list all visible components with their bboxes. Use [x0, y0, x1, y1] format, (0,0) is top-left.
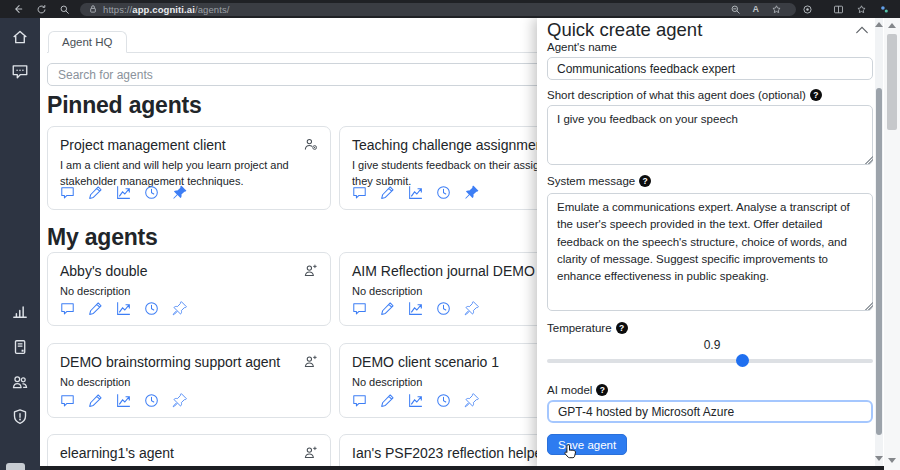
- agent-card-title: Abby's double: [60, 263, 148, 279]
- analytics-icon[interactable]: [116, 301, 131, 316]
- pin-icon[interactable]: [464, 301, 479, 316]
- analytics-icon[interactable]: [408, 185, 423, 200]
- agent-card-title: DEMO client scenario 1: [352, 354, 499, 370]
- agent-card-title: AIM Reflection journal DEMO: [352, 263, 535, 279]
- ai-model-select[interactable]: [547, 400, 873, 423]
- history-icon[interactable]: [436, 301, 451, 316]
- browser-toolbar: https://app.cogniti.ai/agents/ A: [0, 0, 900, 18]
- extension-icon[interactable]: [879, 4, 890, 15]
- chat-icon[interactable]: [60, 393, 75, 408]
- agent-name-input[interactable]: [547, 57, 873, 80]
- system-message-label: System message ?: [547, 175, 651, 187]
- edit-icon[interactable]: [380, 393, 395, 408]
- chat-icon[interactable]: [352, 301, 367, 316]
- person-star-icon: [303, 263, 318, 278]
- my-agents-heading: My agents: [47, 224, 158, 251]
- person-star-icon: [303, 445, 318, 460]
- favorite-star-icon[interactable]: [771, 4, 782, 15]
- analytics-icon[interactable]: [116, 185, 131, 200]
- panel-scrollbar-thumb[interactable]: [876, 88, 882, 435]
- quick-create-agent-panel: Quick create agent Agent's name Short de…: [537, 18, 884, 470]
- analytics-nav-icon[interactable]: [11, 302, 29, 320]
- panel-title: Quick create agent: [547, 19, 702, 41]
- chat-icon[interactable]: [352, 393, 367, 408]
- edit-icon[interactable]: [380, 301, 395, 316]
- analytics-icon[interactable]: [408, 393, 423, 408]
- page-scrollbar-thumb[interactable]: [887, 34, 897, 130]
- user-avatar[interactable]: [6, 463, 25, 470]
- window-bottom-edge: [40, 466, 884, 470]
- system-message-textarea[interactable]: Emulate a communications expert. Analyse…: [547, 193, 873, 311]
- people-nav-icon[interactable]: [11, 373, 29, 391]
- server-nav-icon[interactable]: [11, 338, 29, 356]
- help-icon[interactable]: ?: [639, 175, 651, 187]
- favorites-bar-icon[interactable]: [856, 4, 867, 15]
- history-icon[interactable]: [436, 185, 451, 200]
- edit-icon[interactable]: [380, 185, 395, 200]
- agent-card-title: Ian's PSF2023 reflection helper: [352, 445, 547, 461]
- scroll-down-icon[interactable]: [888, 458, 896, 463]
- panel-scrollbar[interactable]: [875, 18, 883, 466]
- page-scrollbar[interactable]: [884, 18, 900, 470]
- pinned-agents-heading: Pinned agents: [47, 92, 202, 119]
- edit-icon[interactable]: [88, 185, 103, 200]
- history-icon[interactable]: [144, 393, 159, 408]
- analytics-icon[interactable]: [408, 301, 423, 316]
- pin-icon[interactable]: [464, 185, 479, 200]
- chat-nav-icon[interactable]: [11, 62, 29, 80]
- chat-icon[interactable]: [60, 185, 75, 200]
- agent-card-title: elearning1's agent: [60, 445, 174, 461]
- agent-card-title: DEMO brainstorming support agent: [60, 354, 280, 370]
- tab-label: Agent HQ: [62, 36, 113, 48]
- person-star-icon: [303, 354, 318, 369]
- browser-search-icon[interactable]: [59, 4, 70, 15]
- chat-icon[interactable]: [60, 301, 75, 316]
- read-aloud-icon[interactable]: A: [753, 5, 760, 14]
- edit-icon[interactable]: [88, 301, 103, 316]
- collapse-panel-icon[interactable]: [855, 25, 869, 35]
- help-icon[interactable]: ?: [810, 89, 822, 101]
- analytics-icon[interactable]: [116, 393, 131, 408]
- home-icon[interactable]: [11, 28, 29, 46]
- tab-agent-hq[interactable]: Agent HQ: [48, 31, 127, 53]
- temperature-slider-track[interactable]: [547, 359, 873, 363]
- save-agent-button[interactable]: Save agent: [547, 434, 627, 455]
- zoom-out-icon[interactable]: [730, 4, 741, 15]
- pin-icon[interactable]: [172, 185, 187, 200]
- split-screen-icon[interactable]: [833, 4, 844, 15]
- chat-icon[interactable]: [352, 185, 367, 200]
- agent-card: DEMO brainstorming support agent No desc…: [47, 343, 331, 418]
- lock-icon: [88, 4, 98, 14]
- address-bar[interactable]: https://app.cogniti.ai/agents/ A: [80, 3, 796, 16]
- agent-card: Abby's double No description: [47, 252, 331, 326]
- browser-back-icon[interactable]: [12, 3, 24, 15]
- history-icon[interactable]: [144, 301, 159, 316]
- temperature-label: Temperature ?: [547, 322, 628, 334]
- temperature-slider-thumb[interactable]: [736, 354, 749, 367]
- pin-icon[interactable]: [464, 393, 479, 408]
- scroll-up-icon[interactable]: [875, 22, 883, 27]
- agent-card: Project management client I am a client …: [47, 126, 331, 210]
- pin-icon[interactable]: [172, 301, 187, 316]
- agent-description-textarea[interactable]: I give you feedback on your speech: [547, 105, 873, 165]
- person-gear-icon: [303, 137, 318, 152]
- edit-icon[interactable]: [88, 393, 103, 408]
- copilot-icon[interactable]: [802, 4, 813, 15]
- history-icon[interactable]: [144, 185, 159, 200]
- scroll-down-icon[interactable]: [875, 456, 883, 461]
- agent-name-label: Agent's name: [547, 41, 617, 53]
- agent-card-description: No description: [60, 375, 318, 391]
- page-url: https://app.cogniti.ai/agents/: [103, 4, 230, 15]
- history-icon[interactable]: [436, 393, 451, 408]
- browser-refresh-icon[interactable]: [36, 4, 47, 15]
- help-icon[interactable]: ?: [616, 322, 628, 334]
- shield-nav-icon[interactable]: [11, 408, 29, 426]
- help-icon[interactable]: ?: [596, 384, 608, 396]
- pin-icon[interactable]: [172, 393, 187, 408]
- app-window: https://app.cogniti.ai/agents/ A Agent H…: [0, 0, 900, 470]
- agent-card: elearning1's agent I am your elearning h…: [47, 434, 331, 470]
- ai-model-label: AI model ?: [547, 384, 608, 396]
- temperature-value: 0.9: [692, 338, 732, 352]
- agent-card-description: No description: [60, 284, 318, 300]
- scroll-up-icon[interactable]: [888, 23, 896, 28]
